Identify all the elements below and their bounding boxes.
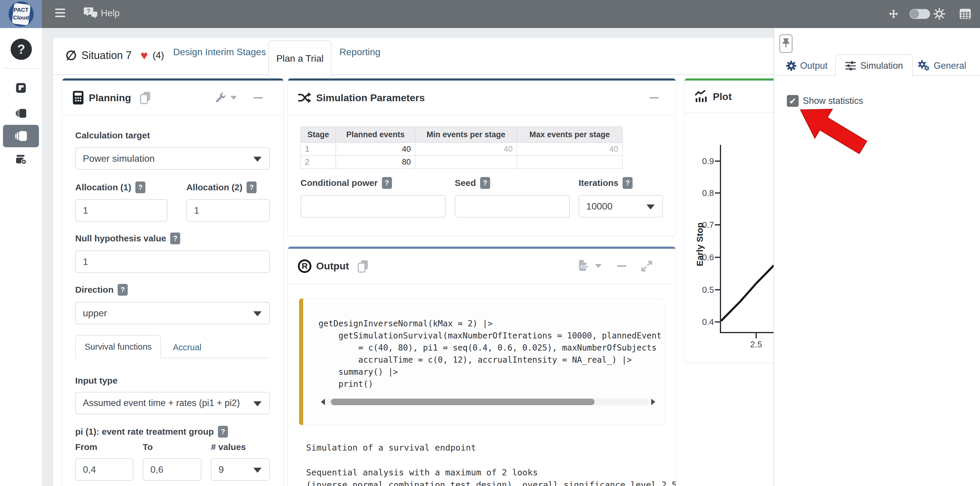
copy-icon[interactable] bbox=[139, 91, 151, 104]
sidebar-item-situations-icon[interactable] bbox=[16, 108, 26, 119]
conditional-power-label: Conditional power? bbox=[301, 177, 445, 189]
settings-tab-general-label: General bbox=[934, 61, 966, 71]
help-badge-icon[interactable]: ? bbox=[118, 284, 128, 296]
scroll-left-icon[interactable] bbox=[321, 398, 325, 405]
scrollbar-track[interactable] bbox=[327, 398, 649, 405]
table-row[interactable]: 2 80 bbox=[301, 156, 622, 169]
tab-survival-functions[interactable]: Survival functions bbox=[75, 335, 161, 358]
pin-panel-button[interactable] bbox=[780, 35, 792, 53]
allocation1-input[interactable] bbox=[75, 199, 167, 221]
brand-logo[interactable]: PACT Cloud bbox=[0, 0, 42, 28]
wrench-settings-icon[interactable] bbox=[215, 91, 227, 104]
fullscreen-icon[interactable] bbox=[888, 8, 899, 20]
input-type-select[interactable]: Assumed event time + rates (pi1 + pi2) bbox=[75, 392, 270, 414]
output-result-text: Simulation of a survival endpoint Sequen… bbox=[288, 441, 676, 486]
sliders-icon bbox=[845, 61, 856, 71]
sidebar-item-designs-icon[interactable] bbox=[16, 83, 26, 93]
horizontal-scrollbar[interactable] bbox=[321, 398, 655, 406]
conditional-power-input[interactable] bbox=[301, 195, 445, 217]
pi1-num-values-select[interactable]: 9 bbox=[211, 458, 270, 481]
app-root: PACT Cloud ? Help bbox=[0, 0, 980, 486]
calculator-icon bbox=[72, 90, 84, 105]
rpact-cloud-logo-icon: PACT Cloud bbox=[8, 2, 33, 27]
help-badge-icon[interactable]: ? bbox=[218, 426, 228, 438]
iterations-select[interactable]: 10000 bbox=[579, 195, 663, 217]
scroll-right-icon[interactable] bbox=[651, 398, 655, 405]
left-sidebar: ? bbox=[0, 28, 42, 486]
early-stop-curve bbox=[722, 266, 773, 320]
expand-icon[interactable] bbox=[641, 260, 653, 272]
show-statistics-label: Show statistics bbox=[803, 96, 863, 106]
tab-design-interim-stages[interactable]: Design Interim Stages bbox=[173, 47, 266, 57]
chevron-down-icon bbox=[253, 157, 262, 162]
calculation-target-select[interactable]: Power simulation bbox=[75, 147, 270, 170]
help-badge-icon[interactable]: ? bbox=[170, 233, 180, 244]
result-line: Sequential analysis with a maximum of 2 … bbox=[306, 466, 676, 479]
result-line: Simulation of a survival endpoint bbox=[306, 441, 676, 454]
planning-panel: Planning Calculation target Power simula… bbox=[62, 78, 284, 486]
y-tick-label: 0.7 bbox=[693, 219, 714, 231]
stages-table[interactable]: Stage Planned events Min events per stag… bbox=[301, 127, 622, 169]
help-badge-icon[interactable]: ? bbox=[622, 177, 633, 189]
calculation-target-label: Calculation target bbox=[75, 130, 270, 141]
null-hypothesis-label: Null hypothesis value? bbox=[75, 233, 270, 244]
seed-input[interactable] bbox=[455, 195, 570, 217]
plot-panel-title: Plot bbox=[713, 91, 732, 102]
collapse-planning-button[interactable] bbox=[253, 97, 263, 99]
pi1-label: pi (1): event rate treatment group? bbox=[75, 426, 270, 438]
allocation2-input[interactable] bbox=[186, 199, 270, 221]
copy-icon[interactable] bbox=[356, 260, 369, 273]
x-tick-label: 2.5 bbox=[745, 339, 768, 349]
input-type-label: Input type bbox=[75, 375, 270, 386]
code-line: getSimulationSurvival(maxNumberOfIterati… bbox=[318, 330, 661, 342]
help-badge-icon[interactable]: ? bbox=[247, 182, 256, 193]
chevron-down-icon bbox=[253, 311, 262, 316]
show-statistics-checkbox[interactable]: ✔ bbox=[787, 95, 799, 107]
iterations-label: Iterations? bbox=[579, 177, 663, 189]
sidebar-toggle-hamburger-icon[interactable] bbox=[55, 8, 65, 20]
theme-toggle[interactable] bbox=[910, 9, 930, 19]
collapse-output-button[interactable] bbox=[617, 265, 627, 267]
settings-tab-output[interactable]: Output bbox=[786, 57, 827, 74]
from-label: From bbox=[75, 442, 133, 453]
brand-text-top: PACT bbox=[8, 7, 33, 13]
sidebar-item-active-situation[interactable] bbox=[3, 125, 39, 147]
code-line: accrualTime = c(0, 12), accrualIntensity… bbox=[318, 354, 661, 366]
tab-accrual[interactable]: Accrual bbox=[161, 343, 213, 358]
code-line: = c(40, 80), pi1 = seq(0.4, 0.6, 0.025),… bbox=[318, 342, 661, 354]
null-hypothesis-input[interactable] bbox=[75, 250, 270, 273]
tab-plan-a-trial-label: Plan a Trial bbox=[276, 53, 323, 64]
direction-select[interactable]: upper bbox=[75, 302, 270, 324]
help-badge-icon[interactable]: ? bbox=[135, 182, 145, 193]
y-tick-label: 0.8 bbox=[693, 187, 714, 199]
scrollbar-thumb[interactable] bbox=[331, 398, 595, 405]
help-badge-icon[interactable]: ? bbox=[382, 177, 392, 189]
user-avatar[interactable]: ? bbox=[11, 39, 32, 60]
collapse-simulation-parameters-button[interactable] bbox=[649, 97, 659, 99]
y-tick-label: 0.6 bbox=[693, 252, 714, 263]
brand-text-bottom: Cloud bbox=[8, 14, 33, 21]
table-row[interactable]: 1 40 40 40 bbox=[301, 143, 622, 156]
tab-plan-a-trial[interactable]: Plan a Trial bbox=[268, 40, 331, 76]
help-badge-icon[interactable]: ? bbox=[480, 177, 490, 189]
apps-grid-icon[interactable] bbox=[959, 8, 971, 19]
result-line: (inverse normal combination test design)… bbox=[306, 479, 676, 486]
wrench-caret-icon bbox=[230, 96, 237, 100]
output-panel: R Output getDesignInverseNorm bbox=[288, 246, 676, 486]
help-menu[interactable]: ? Help bbox=[84, 7, 120, 19]
pi1-to-input[interactable] bbox=[143, 458, 202, 481]
r-code-block[interactable]: getDesignInverseNormal(kMax = 2) |> getS… bbox=[299, 298, 665, 425]
brightness-settings-icon[interactable] bbox=[934, 8, 945, 20]
tab-reporting[interactable]: Reporting bbox=[339, 47, 380, 57]
sidebar-item-add-archive-icon[interactable] bbox=[16, 154, 26, 165]
settings-tab-simulation[interactable]: Simulation bbox=[835, 54, 913, 76]
situation-title: Situation 7 bbox=[81, 49, 132, 62]
export-file-icon[interactable] bbox=[578, 260, 591, 273]
simulation-parameters-body: Stage Planned events Min events per stag… bbox=[288, 127, 676, 217]
settings-tab-simulation-label: Simulation bbox=[860, 61, 903, 71]
show-statistics-option[interactable]: ✔ Show statistics bbox=[787, 95, 863, 107]
favorite-heart-icon[interactable]: ♥ bbox=[140, 49, 148, 61]
pi1-from-input[interactable] bbox=[75, 458, 133, 481]
settings-tab-general[interactable]: General bbox=[918, 57, 966, 74]
direction-label: Direction? bbox=[75, 284, 270, 296]
